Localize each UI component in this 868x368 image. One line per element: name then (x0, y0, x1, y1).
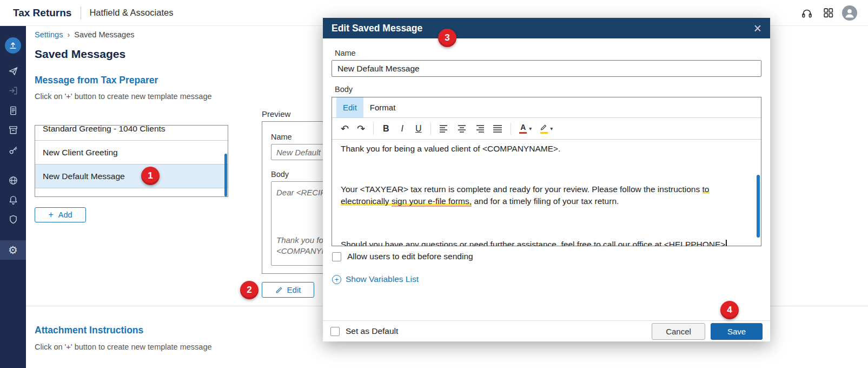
text-color-dropdown[interactable]: A ▾ (519, 123, 532, 134)
editor-paragraph: Your <TAXYEAR> tax return is complete an… (341, 185, 703, 194)
bold-icon[interactable]: B (382, 124, 390, 134)
list-item-selected[interactable]: New Default Message (35, 165, 228, 188)
save-button[interactable]: Save (711, 323, 763, 340)
list-item-label: New Client Greeting (43, 148, 118, 157)
highlight-color-dropdown[interactable]: ▾ (540, 124, 553, 134)
sidebar-item-notifications[interactable] (0, 190, 26, 209)
tab-edit[interactable]: Edit (336, 97, 363, 117)
editor-tabs: Edit Format (332, 97, 761, 118)
add-button-label: Add (58, 211, 72, 219)
undo-icon[interactable]: ↶ (341, 123, 349, 135)
edit-button-label: Edit (287, 285, 301, 294)
preview-name-label: Name (271, 133, 292, 141)
list-item[interactable]: New Client Greeting (35, 141, 228, 165)
step-badge-4: 4 (720, 301, 739, 319)
edit-button[interactable]: Edit (262, 282, 314, 298)
sidebar-item-archive[interactable] (0, 120, 26, 140)
left-sidebar: ⚙ (0, 26, 26, 368)
close-icon[interactable]: × (753, 22, 761, 35)
align-justify-icon[interactable] (493, 124, 502, 133)
chevron-down-icon: ▾ (550, 126, 553, 132)
shield-icon (8, 214, 18, 225)
redo-icon[interactable]: ↷ (357, 123, 365, 135)
topbar-actions (800, 5, 857, 21)
paper-plane-icon (8, 66, 18, 76)
section-title-message-from-tax-preparer: Message from Tax Preparer (35, 75, 158, 86)
show-variables-label: Show Variables List (346, 274, 419, 284)
editor-body[interactable]: Thank you for being a valued client of <… (332, 140, 761, 246)
list-item-label: Standard Greeting - 1040 Clients (43, 125, 165, 134)
cancel-button[interactable]: Cancel (652, 323, 705, 340)
toolbar-separator (511, 123, 511, 135)
set-default-row: Set as Default (330, 326, 398, 336)
list-scrollbar[interactable] (224, 154, 227, 196)
saved-messages-list: Standard Greeting - 1040 Clients New Cli… (35, 125, 228, 197)
breadcrumb-current: Saved Messages (74, 30, 134, 39)
page-title: Saved Messages (35, 48, 125, 61)
modal-name-input[interactable]: New Default Message (332, 60, 761, 77)
text-color-icon: A (519, 123, 527, 134)
sidebar-item-documents[interactable] (0, 101, 26, 120)
chevron-down-icon: ▾ (529, 126, 532, 132)
title-divider (81, 6, 81, 19)
list-item-label: New Default Message (43, 172, 125, 181)
sidebar-item-settings[interactable]: ⚙ (0, 240, 26, 260)
show-variables-link[interactable]: + Show Variables List (332, 274, 419, 284)
breadcrumb: Settings › Saved Messages (35, 30, 134, 39)
section-hint: Click on '+' button to create new templa… (35, 92, 212, 101)
highlighter-icon (540, 124, 548, 134)
toolbar-separator (373, 123, 374, 135)
set-default-checkbox[interactable] (330, 327, 340, 336)
list-item-empty (35, 188, 228, 197)
key-icon (8, 145, 18, 155)
underline-icon[interactable]: U (414, 124, 422, 134)
modal-body-label: Body (335, 85, 353, 94)
gear-icon: ⚙ (8, 245, 18, 255)
align-left-icon[interactable] (439, 124, 449, 133)
attachment-section-hint: Click on '+' button to create new templa… (35, 343, 212, 351)
italic-icon[interactable]: I (398, 124, 406, 134)
app-title: Tax Returns (13, 7, 71, 19)
add-button[interactable]: + Add (35, 207, 86, 222)
editor-paragraph: and for a timely filing of your tax retu… (472, 196, 619, 206)
modal-title: Edit Saved Message (332, 23, 422, 34)
sidebar-item-send[interactable] (0, 61, 26, 81)
text-caret (726, 240, 727, 246)
align-center-icon[interactable] (457, 124, 467, 133)
app-window: Tax Returns Hatfield & Associates (0, 0, 868, 368)
highlighted-misspelled-text: sign your e-file forms, (392, 196, 472, 207)
sidebar-item-protection[interactable] (0, 209, 26, 229)
circle-plus-icon: + (332, 275, 341, 284)
list-item[interactable]: Standard Greeting - 1040 Clients (35, 125, 228, 141)
edit-saved-message-modal: Edit Saved Message × Name New Default Me… (323, 18, 770, 341)
editor-paragraph: Should you have any questions or need fu… (341, 240, 725, 246)
breadcrumb-settings-link[interactable]: Settings (35, 30, 63, 39)
sidebar-item-import[interactable] (0, 81, 26, 100)
section-title-attachment-instructions: Attachment Instructions (35, 325, 143, 336)
sidebar-item-upload[interactable] (0, 36, 26, 55)
headset-icon[interactable] (800, 6, 814, 20)
step-badge-3: 3 (438, 29, 456, 47)
align-right-icon[interactable] (475, 124, 485, 133)
apps-grid-icon[interactable] (821, 6, 835, 20)
breadcrumb-separator: › (67, 30, 70, 39)
sidebar-item-security-key[interactable] (0, 140, 26, 160)
preview-body-label: Body (271, 170, 289, 179)
pencil-icon (275, 286, 283, 294)
sidebar-item-global[interactable] (0, 170, 26, 190)
editor-scrollbar[interactable] (757, 175, 760, 238)
bell-icon (8, 195, 18, 205)
rich-text-editor: Edit Format ↶ ↷ B I U (332, 97, 761, 246)
allow-edit-checkbox[interactable] (332, 252, 341, 261)
plus-icon: + (48, 211, 53, 219)
preview-heading: Preview (262, 109, 290, 119)
step-badge-2: 2 (240, 281, 259, 299)
list-scroll-content: Standard Greeting - 1040 Clients New Cli… (35, 125, 228, 197)
upload-icon (5, 37, 21, 54)
toolbar-separator (430, 123, 431, 135)
tab-format[interactable]: Format (363, 97, 402, 117)
allow-edit-label: Allow users to edit before sending (347, 252, 473, 261)
globe-icon (8, 175, 18, 186)
sign-in-icon (8, 86, 18, 96)
user-avatar[interactable] (842, 5, 857, 21)
